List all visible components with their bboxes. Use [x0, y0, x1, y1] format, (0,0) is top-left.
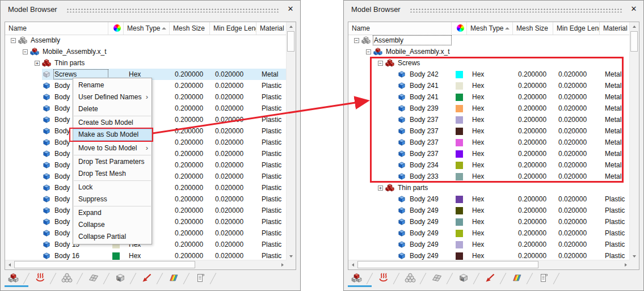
- tree-row[interactable]: Body 16Hex0.2000000.020000Plastic: [5, 250, 287, 260]
- color-cell[interactable]: [452, 230, 467, 237]
- tree-item-label[interactable]: Body 239: [409, 103, 452, 113]
- tree-item-label[interactable]: Body 249: [409, 194, 452, 204]
- color-cell[interactable]: [452, 82, 467, 90]
- tab-model-tree[interactable]: [4, 271, 31, 287]
- tab-report[interactable]: [534, 271, 561, 287]
- vertical-scrollbar[interactable]: [629, 22, 639, 260]
- tree-item-label[interactable]: Screws: [397, 58, 452, 68]
- tree-item-label[interactable]: Assembly: [30, 35, 108, 45]
- column-header-material[interactable]: Material: [256, 22, 288, 35]
- tree-item-label[interactable]: Body 249: [409, 251, 452, 260]
- tab-particles[interactable]: [401, 271, 427, 287]
- color-cell[interactable]: [452, 94, 467, 101]
- color-cell[interactable]: [452, 252, 467, 260]
- tree-item-label[interactable]: Thin parts: [397, 183, 452, 193]
- horizontal-scrollbar[interactable]: [5, 260, 287, 269]
- color-cell[interactable]: [452, 162, 467, 169]
- column-header-name[interactable]: Name: [5, 22, 108, 35]
- tree-expander-plus-icon[interactable]: +: [35, 61, 40, 66]
- tab-ai-mesh[interactable]: AI: [454, 271, 481, 287]
- menu-item-drop-test-mesh[interactable]: Drop Test Mesh: [73, 168, 151, 180]
- color-cell[interactable]: [452, 196, 467, 203]
- scroll-left-button[interactable]: [348, 260, 357, 269]
- horizontal-scrollbar[interactable]: [348, 260, 630, 269]
- tree-item-label[interactable]: Mobile_Assembly.x_t: [385, 47, 452, 57]
- menu-item-suppress[interactable]: Suppress: [73, 193, 151, 205]
- tree-row[interactable]: Body 237Hex0.2000000.020000Metal: [348, 137, 630, 148]
- drag-grip[interactable]: [66, 7, 279, 12]
- tree-item-label[interactable]: Mobile_Assembly.x_t: [41, 47, 108, 57]
- column-header-name[interactable]: Name: [348, 22, 452, 35]
- tree-row[interactable]: Body 237Hex0.2000000.020000Metal: [348, 114, 630, 125]
- color-cell[interactable]: [452, 207, 467, 214]
- tree-row[interactable]: Body 249Hex0.2000000.020000Plastic: [348, 250, 630, 260]
- tree-row[interactable]: +Thin parts: [348, 182, 630, 193]
- tab-surface-mesh[interactable]: [84, 271, 111, 287]
- color-cell[interactable]: [108, 252, 124, 260]
- menu-item-make-as-sub-model[interactable]: Make as Sub Model: [73, 129, 151, 141]
- tree-expander-minus-icon[interactable]: −: [354, 38, 359, 43]
- tab-measure-arrow[interactable]: [137, 271, 164, 287]
- tab-surface-mesh[interactable]: [427, 271, 454, 287]
- tree-item-label[interactable]: Assembly: [373, 35, 452, 45]
- tree-item-label[interactable]: Body 242: [409, 69, 452, 79]
- color-cell[interactable]: [452, 241, 467, 248]
- tree-row[interactable]: −Assembly: [348, 35, 630, 46]
- tree-row[interactable]: Body 249Hex0.2000000.020000Plastic: [348, 205, 630, 216]
- tree-row[interactable]: Body 237Hex0.2000000.020000Metal: [348, 125, 630, 137]
- tab-model-tree[interactable]: [347, 271, 374, 287]
- scroll-right-button[interactable]: [278, 260, 287, 269]
- close-button[interactable]: ✕: [629, 3, 639, 15]
- tree-row[interactable]: Body 242Hex0.2000000.020000Metal: [348, 69, 630, 80]
- color-cell[interactable]: [452, 150, 467, 158]
- vertical-scrollbar-thumb[interactable]: [630, 31, 638, 52]
- tree-row[interactable]: Body 237Hex0.2000000.020000Metal: [348, 148, 630, 159]
- color-cell[interactable]: [452, 173, 467, 180]
- menu-item-expand[interactable]: Expand: [73, 207, 151, 219]
- tab-particles[interactable]: [57, 271, 84, 287]
- tree-row[interactable]: Body 233Hex0.2000000.020000Metal: [348, 171, 630, 182]
- tree-row[interactable]: +Thin parts: [5, 57, 287, 69]
- menu-item-collapse-partial[interactable]: Collapse Partial: [73, 231, 151, 243]
- column-header-mesh-type[interactable]: Mesh Type: [467, 22, 513, 35]
- menu-item-drop-test-parameters[interactable]: Drop Test Parameters: [73, 156, 151, 168]
- close-button[interactable]: ✕: [285, 3, 296, 15]
- tree-expander-minus-icon[interactable]: −: [366, 49, 371, 54]
- scroll-left-button[interactable]: [5, 260, 14, 269]
- tree-row[interactable]: Body 239Hex0.2000000.020000Metal: [348, 103, 630, 114]
- color-cell[interactable]: [452, 71, 467, 78]
- menu-item-lock[interactable]: Lock: [73, 182, 151, 193]
- tree-expander-minus-icon[interactable]: −: [378, 61, 383, 66]
- menu-item-user-defined-names[interactable]: User Defined Names›: [73, 91, 151, 103]
- tree-item-label[interactable]: Body 249: [409, 217, 452, 227]
- tree-row[interactable]: −Mobile_Assembly.x_t: [5, 46, 287, 57]
- menu-item-create-sub-model[interactable]: Create Sub Model: [73, 117, 151, 129]
- tree-item-label[interactable]: Thin parts: [53, 58, 108, 68]
- column-header-color[interactable]: [452, 22, 467, 35]
- tree-row[interactable]: −Mobile_Assembly.x_t: [348, 46, 630, 57]
- tab-measure-arrow[interactable]: [481, 271, 507, 287]
- color-cell[interactable]: [452, 128, 467, 135]
- horizontal-scrollbar-thumb[interactable]: [14, 261, 195, 268]
- column-header-material[interactable]: Material: [600, 22, 631, 35]
- tab-contour-results[interactable]: [164, 271, 191, 287]
- column-header-mesh-size[interactable]: Mesh Size: [170, 22, 210, 35]
- scroll-up-button[interactable]: [630, 22, 638, 31]
- tree-item-label[interactable]: Body 233: [409, 171, 452, 182]
- tree-item-label[interactable]: Body 241: [409, 92, 452, 102]
- scroll-down-button[interactable]: [287, 252, 295, 260]
- color-cell[interactable]: [452, 218, 467, 226]
- tree-row[interactable]: Body 241Hex0.2000000.020000Metal: [348, 80, 630, 91]
- tree-item-label[interactable]: Body 234: [409, 160, 452, 170]
- tab-contour-results[interactable]: [507, 271, 534, 287]
- tree-expander-minus-icon[interactable]: −: [23, 49, 28, 54]
- column-header-mesh-size[interactable]: Mesh Size: [513, 22, 553, 35]
- menu-item-rename[interactable]: Rename: [73, 79, 151, 91]
- tree-expander-minus-icon[interactable]: −: [11, 38, 16, 43]
- tree-row[interactable]: Body 249Hex0.2000000.020000Plastic: [348, 216, 630, 227]
- tree-item-label[interactable]: Body 237: [409, 137, 452, 147]
- tab-ai-mesh[interactable]: AI: [111, 271, 137, 287]
- tree-row[interactable]: Body 249Hex0.2000000.020000Plastic: [348, 193, 630, 205]
- tree-row[interactable]: Body 249Hex0.2000000.020000Plastic: [348, 239, 630, 250]
- tree-expander-plus-icon[interactable]: +: [378, 185, 383, 191]
